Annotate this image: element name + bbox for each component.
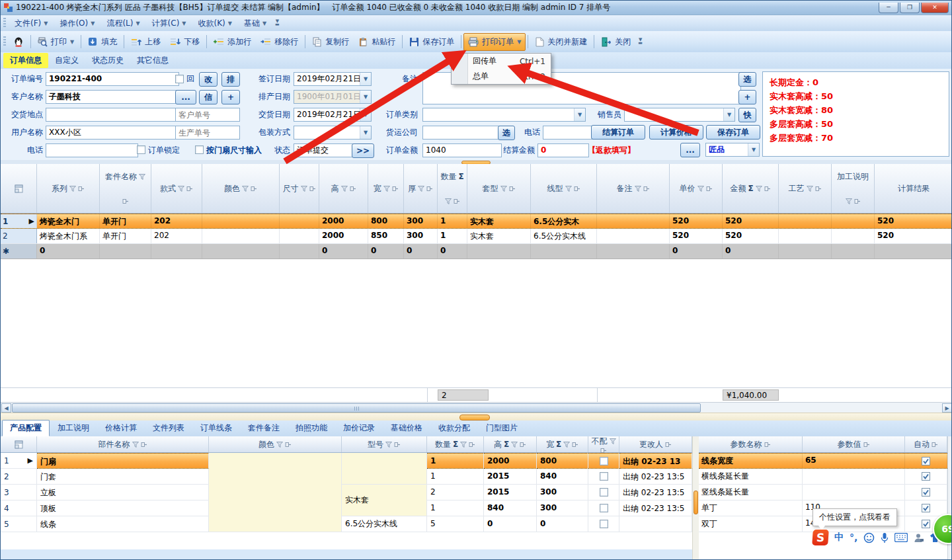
grid-cell[interactable]: 1 xyxy=(438,214,467,228)
delivery-place-field[interactable] xyxy=(46,108,179,122)
hui-checkbox[interactable] xyxy=(175,75,184,83)
status-field[interactable]: 订单提交 xyxy=(294,143,356,157)
grid-cell[interactable]: 300 xyxy=(404,229,438,243)
grid-cell[interactable]: 0 xyxy=(37,244,100,259)
chevron-down-icon[interactable]: ▼ xyxy=(574,108,585,121)
toolbar-button-13[interactable]: 关闭 xyxy=(596,33,635,51)
tab-状态历史[interactable]: 状态历史 xyxy=(85,53,130,68)
toolbar-button-12[interactable]: 关闭并新建 xyxy=(530,33,592,51)
column-header-系列[interactable]: 系列 xyxy=(37,164,100,213)
column-header-部件名称[interactable]: 部件名称 xyxy=(37,436,209,452)
grid-cell[interactable]: 烤瓷全木门 xyxy=(37,214,100,228)
grid-cell[interactable]: 800 xyxy=(368,214,404,228)
row-selector[interactable]: ✱ xyxy=(1,244,37,259)
grid-cell[interactable]: 202 xyxy=(151,229,202,243)
phone-field[interactable] xyxy=(46,143,138,157)
grid-cell[interactable] xyxy=(467,244,531,259)
grid-cell[interactable]: 0 xyxy=(723,244,779,259)
print-menu-item-1[interactable]: 回传单Ctrl+1 xyxy=(452,54,551,69)
order-amount-field[interactable]: 1040 xyxy=(422,143,502,157)
packing-combo[interactable]: ▼ xyxy=(294,126,372,140)
param-row[interactable]: 横线条延长量 xyxy=(699,469,947,485)
column-header-颜色[interactable]: 颜色 xyxy=(209,436,342,452)
color-cell[interactable] xyxy=(209,453,342,532)
grid-cell[interactable]: 300 xyxy=(404,214,438,228)
param-value-cell[interactable] xyxy=(803,469,905,484)
menu-item-3[interactable]: 流程(L)▼ xyxy=(100,16,145,31)
menu-item-4[interactable]: 计算(C)▼ xyxy=(146,16,192,31)
calc-price-button[interactable]: 计算价格 xyxy=(649,125,703,140)
grid-cell[interactable]: 2000 xyxy=(319,229,368,243)
toolbar-button-2[interactable]: 打印▼ xyxy=(33,33,79,51)
row-selector-header[interactable] xyxy=(1,436,37,452)
shipping-company-field[interactable] xyxy=(422,126,502,140)
grid-cell[interactable] xyxy=(875,244,952,259)
column-header-计算结果[interactable]: 计算结果 xyxy=(875,164,952,213)
model-cell[interactable] xyxy=(342,453,427,485)
emoji-icon[interactable] xyxy=(863,532,875,543)
customer-order-no-input[interactable] xyxy=(175,108,240,122)
height-cell[interactable]: 2015 xyxy=(484,485,537,500)
column-header-工艺[interactable]: 工艺 xyxy=(779,164,832,213)
grid-cell[interactable]: 2000 xyxy=(319,214,368,228)
chevron-down-icon[interactable]: ▼ xyxy=(70,39,74,45)
column-header-套件名称[interactable]: 套件名称 xyxy=(100,164,151,213)
toolbar-button-8[interactable]: 复制行 xyxy=(307,33,354,51)
chevron-down-icon[interactable]: ▼ xyxy=(748,143,759,156)
grid-cell[interactable] xyxy=(531,244,597,259)
chevron-down-icon[interactable]: ▼ xyxy=(360,126,371,139)
grid-cell[interactable] xyxy=(202,229,280,243)
row-selector[interactable]: 2 xyxy=(1,229,37,243)
menu-item-5[interactable]: 收款(K)▼ xyxy=(192,16,238,31)
qq-button[interactable] xyxy=(9,33,28,50)
table-row[interactable]: ✱0000000 xyxy=(1,244,952,259)
grid-cell[interactable] xyxy=(597,244,670,259)
ime-tooltip[interactable]: 个性设置，点我看看 xyxy=(813,508,897,526)
column-header-线型[interactable]: 线型 xyxy=(531,164,597,213)
production-no-input[interactable] xyxy=(175,126,240,140)
column-header-厚[interactable]: 厚 xyxy=(404,164,438,213)
customer-field[interactable]: 子墨科技 xyxy=(46,90,179,104)
unassigned-cell[interactable] xyxy=(588,469,619,485)
bottom-tab-套件备注[interactable]: 套件备注 xyxy=(240,420,288,436)
model-cell[interactable]: 实木套 xyxy=(342,485,427,516)
grid-cell[interactable]: 实木套 xyxy=(467,214,531,228)
chevron-down-icon[interactable]: ▼ xyxy=(360,73,371,85)
editor-cell[interactable]: 出纳 02-23 13:5 xyxy=(619,469,692,485)
column-header-高[interactable]: 高 xyxy=(319,164,368,213)
bottom-tab-文件列表[interactable]: 文件列表 xyxy=(145,420,192,436)
grid-cell[interactable]: 单开门 xyxy=(100,229,151,243)
print-menu-item-2[interactable]: 总单Ctrl+2 xyxy=(452,69,551,84)
plus-button[interactable]: + xyxy=(221,90,240,104)
grid-cell[interactable] xyxy=(597,229,670,243)
width-cell[interactable]: 840 xyxy=(537,469,588,485)
more-button[interactable]: ... xyxy=(175,90,196,104)
grid-cell[interactable] xyxy=(832,229,875,243)
param-auto-cell[interactable] xyxy=(905,500,947,516)
editor-cell[interactable]: 出纳 02-23 13:5 xyxy=(619,500,692,516)
settle-order-button[interactable]: 结算订单 xyxy=(591,125,645,140)
column-header-宽[interactable]: 宽 xyxy=(368,164,404,213)
qty-cell[interactable]: 1 xyxy=(427,453,484,469)
editor-cell[interactable]: 出纳 02-23 13:5 xyxy=(619,485,692,500)
xin-button[interactable]: 信 xyxy=(199,90,218,104)
param-name-cell[interactable]: 单丁 xyxy=(699,500,803,516)
table-row[interactable]: 2烤瓷全木门系单开门20220008503001实木套6.5公分实木线52052… xyxy=(1,229,952,244)
param-auto-cell[interactable] xyxy=(905,485,947,500)
toolbar-button-6[interactable]: 添加行 xyxy=(209,33,256,51)
toolbar-button-4[interactable]: 上移 xyxy=(126,33,165,51)
toolbar-button-10[interactable]: 保存订单 xyxy=(405,33,459,51)
menu-item-1[interactable]: 文件(F)▼ xyxy=(9,16,54,31)
punctuation-icon[interactable]: °, xyxy=(850,532,857,543)
width-cell[interactable]: 0 xyxy=(537,516,588,532)
toolbar-button-3[interactable]: 填充 xyxy=(83,33,122,51)
grid-cell[interactable]: 1 xyxy=(438,229,467,243)
model-cell[interactable]: 6.5公分实木线 xyxy=(342,516,427,532)
grid-cell[interactable]: 6.5公分实木线 xyxy=(531,229,597,243)
column-header-更改人[interactable]: 更改人 xyxy=(619,436,692,452)
width-cell[interactable]: 800 xyxy=(537,453,588,469)
order-lock-checkbox[interactable] xyxy=(137,145,145,154)
scroll-right-icon[interactable]: ▶ xyxy=(942,403,952,413)
order-type-combo[interactable]: ▼ xyxy=(422,108,586,122)
grid-cell[interactable] xyxy=(832,214,875,228)
